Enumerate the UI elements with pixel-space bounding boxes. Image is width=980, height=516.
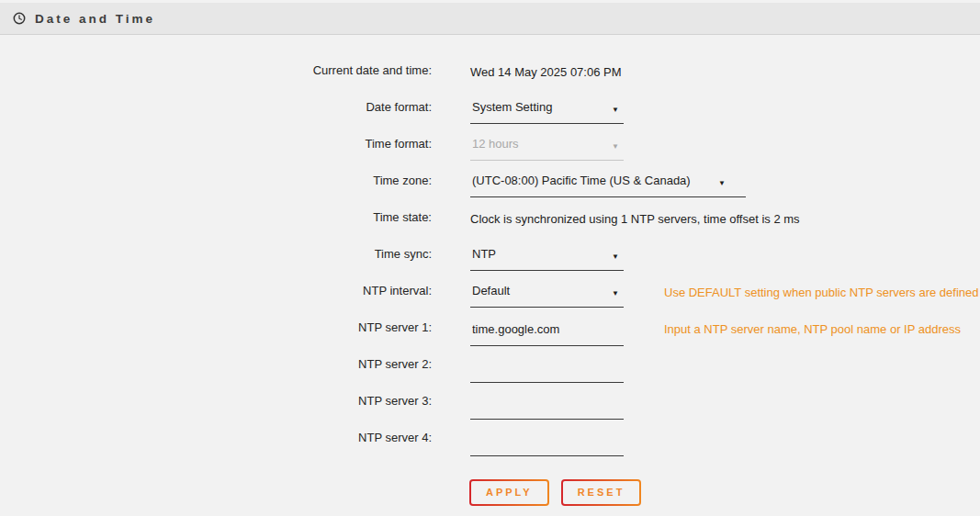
select-value: Default (472, 284, 510, 297)
field-label: Time sync: (0, 241, 432, 261)
field-label: NTP server 2: (0, 352, 432, 371)
clock-icon (13, 12, 26, 25)
select-value: 12 hours (472, 137, 519, 151)
reset-button-label: RESET (563, 481, 640, 504)
ntp-server-2-input[interactable] (470, 359, 624, 383)
form-row-time-format: Time format: 12 hours ▼ (0, 131, 980, 168)
reset-button[interactable]: RESET (561, 479, 642, 506)
form-row-date-format: Date format: System Setting ▼ (0, 95, 980, 131)
ntp-server-hint: Input a NTP server name, NTP pool name o… (664, 315, 961, 336)
field-label: NTP server 4: (0, 425, 432, 444)
header-bar: Date and Time (0, 3, 980, 35)
chevron-down-icon: ▼ (612, 140, 619, 154)
ntp-server-4-input[interactable] (470, 432, 624, 456)
ntp-server-1-input[interactable] (470, 322, 624, 346)
field-label: Time zone: (0, 168, 432, 187)
time-state-value: Clock is synchronized using 1 NTP server… (470, 212, 800, 226)
chevron-down-icon: ▼ (718, 176, 726, 191)
form-row-ntp-server-3: NTP server 3: (0, 388, 980, 425)
date-format-select[interactable]: System Setting ▼ (470, 100, 624, 124)
time-format-select: 12 hours ▼ (470, 137, 624, 161)
time-sync-select[interactable]: NTP ▼ (470, 247, 624, 271)
page-title: Date and Time (35, 12, 155, 26)
chevron-down-icon: ▼ (612, 286, 619, 301)
form-buttons: APPLY RESET (469, 479, 980, 506)
field-label: Time format: (0, 131, 432, 151)
field-label: NTP server 1: (0, 315, 432, 334)
form-row-ntp-server-2: NTP server 2: (0, 352, 980, 388)
form-row-time-state: Time state: Clock is synchronized using … (0, 205, 980, 241)
ntp-interval-hint: Use DEFAULT setting when public NTP serv… (664, 278, 979, 299)
ntp-interval-select[interactable]: Default ▼ (470, 284, 624, 308)
date-time-form: Current date and time: Wed 14 May 2025 0… (0, 58, 980, 506)
field-label: Current date and time: (0, 58, 432, 77)
current-datetime-value: Wed 14 May 2025 07:06 PM (470, 65, 622, 79)
chevron-down-icon: ▼ (612, 250, 619, 264)
timezone-select[interactable]: (UTC-08:00) Pacific Time (US & Canada) ▼ (470, 174, 746, 197)
field-label: NTP server 3: (0, 388, 432, 408)
form-row-time-zone: Time zone: (UTC-08:00) Pacific Time (US … (0, 168, 980, 205)
ntp-server-3-input[interactable] (470, 396, 624, 420)
form-row-ntp-interval: NTP interval: Default ▼ Use DEFAULT sett… (0, 278, 980, 315)
select-value: System Setting (472, 100, 552, 114)
apply-button-label: APPLY (471, 481, 547, 504)
form-row-ntp-server-4: NTP server 4: (0, 425, 980, 462)
field-label: Date format: (0, 95, 432, 114)
field-label: NTP interval: (0, 278, 432, 297)
form-row-time-sync: Time sync: NTP ▼ (0, 241, 980, 278)
apply-button[interactable]: APPLY (469, 479, 549, 506)
form-row-current-datetime: Current date and time: Wed 14 May 2025 0… (0, 58, 980, 95)
select-value: (UTC-08:00) Pacific Time (US & Canada) (472, 174, 691, 187)
form-row-ntp-server-1: NTP server 1: Input a NTP server name, N… (0, 315, 980, 352)
select-value: NTP (472, 247, 496, 261)
field-label: Time state: (0, 205, 432, 224)
chevron-down-icon: ▼ (612, 103, 619, 118)
